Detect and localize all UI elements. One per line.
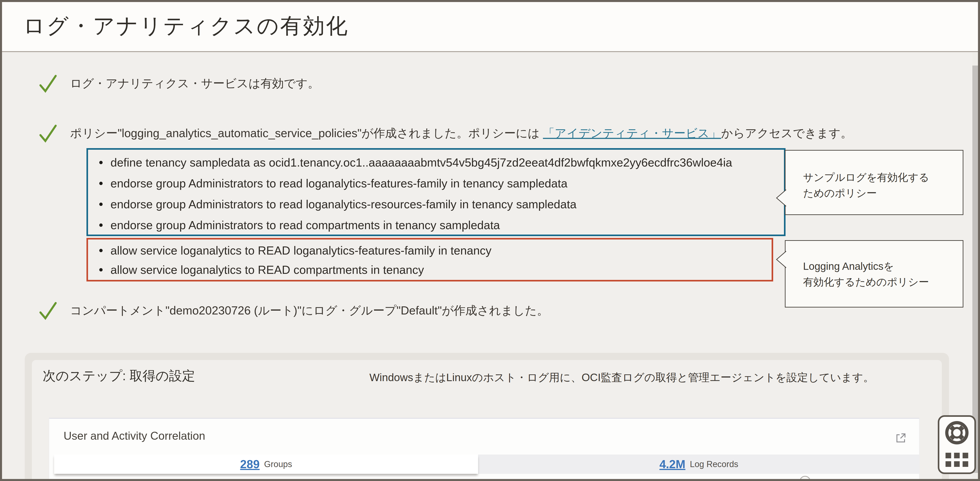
- user-activity-correlation-card: User and Activity Correlation 289 Groups…: [49, 418, 920, 481]
- enable-log-analytics-page: ログ・アナリティクスの有効化 ログ・アナリティクス・サービスは有効です。 ポリシ…: [0, 0, 980, 481]
- callout-text: Logging Analyticsを 有効化するためのポリシー: [803, 258, 929, 290]
- check-icon: [39, 301, 57, 320]
- log-records-count-link[interactable]: 4.2M: [659, 457, 686, 471]
- check-icon: [39, 124, 57, 143]
- service-policy-list: allow service loganalytics to READ logan…: [88, 240, 772, 279]
- policy-list-item: allow service loganalytics to READ logan…: [88, 241, 772, 260]
- policy-list-item: define tenancy sampledata as ocid1.tenan…: [88, 152, 784, 173]
- identity-service-link[interactable]: 「アイデンティティ・サービス」: [543, 127, 721, 140]
- policy-list-item: endorse group Administrators to read com…: [88, 214, 784, 235]
- next-steps-description: WindowsまたはLinuxのホスト・ログ用に、OCI監査ログの取得と管理エー…: [369, 370, 874, 385]
- policy-list-item: endorse group Administrators to read log…: [88, 173, 784, 194]
- floating-utility-widget: [938, 415, 976, 474]
- callout-sample-policy: サンプルログを有効化する ためのポリシー: [785, 150, 963, 215]
- log-records-stat-cell: 4.2M Log Records: [478, 454, 920, 474]
- external-link-icon[interactable]: [895, 432, 907, 444]
- status-text: ポリシー"logging_analytics_automatic_service…: [70, 125, 852, 141]
- policy-list-item: allow service loganalytics to READ compa…: [88, 260, 772, 279]
- service-policy-box: allow service loganalytics to READ logan…: [86, 238, 773, 281]
- callout-arrow-left-icon: [775, 189, 786, 207]
- next-steps-title: 次のステップ: 取得の設定: [43, 367, 195, 385]
- policy-list-item: endorse group Administrators to read log…: [88, 194, 784, 214]
- status-row-policy-created: ポリシー"logging_analytics_automatic_service…: [39, 124, 852, 143]
- callout-service-policy: Logging Analyticsを 有効化するためのポリシー: [785, 240, 963, 308]
- help-lifebuoy-icon[interactable]: [943, 419, 970, 446]
- status-row-service-enabled: ログ・アナリティクス・サービスは有効です。: [39, 74, 319, 93]
- vertical-scrollbar-thumb[interactable]: [972, 65, 978, 473]
- policy-created-text: ポリシー"logging_analytics_automatic_service…: [70, 127, 539, 140]
- groups-count-link[interactable]: 289: [240, 457, 259, 471]
- status-row-log-group-created: コンパートメント"demo20230726 (ルート)"にログ・グループ"Def…: [39, 301, 549, 320]
- page-header: ログ・アナリティクスの有効化: [0, 0, 980, 52]
- log-records-label: Log Records: [690, 459, 738, 469]
- status-text: ログ・アナリティクス・サービスは有効です。: [70, 76, 319, 91]
- status-text: コンパートメント"demo20230726 (ルート)"にログ・グループ"Def…: [70, 303, 549, 319]
- sample-policy-box: define tenancy sampledata as ocid1.tenan…: [86, 148, 786, 236]
- sample-policy-list: define tenancy sampledata as ocid1.tenan…: [88, 150, 784, 235]
- groups-stat-cell: 289 Groups: [54, 454, 478, 474]
- check-icon: [39, 74, 57, 93]
- page-title: ログ・アナリティクスの有効化: [23, 12, 349, 41]
- app-grid-icon[interactable]: [946, 453, 968, 467]
- policy-created-suffix: からアクセスできます。: [721, 127, 852, 140]
- callout-arrow-left-icon: [775, 251, 786, 268]
- groups-label: Groups: [264, 459, 292, 469]
- card-title: User and Activity Correlation: [64, 429, 205, 442]
- callout-text: サンプルログを有効化する ためのポリシー: [803, 170, 929, 201]
